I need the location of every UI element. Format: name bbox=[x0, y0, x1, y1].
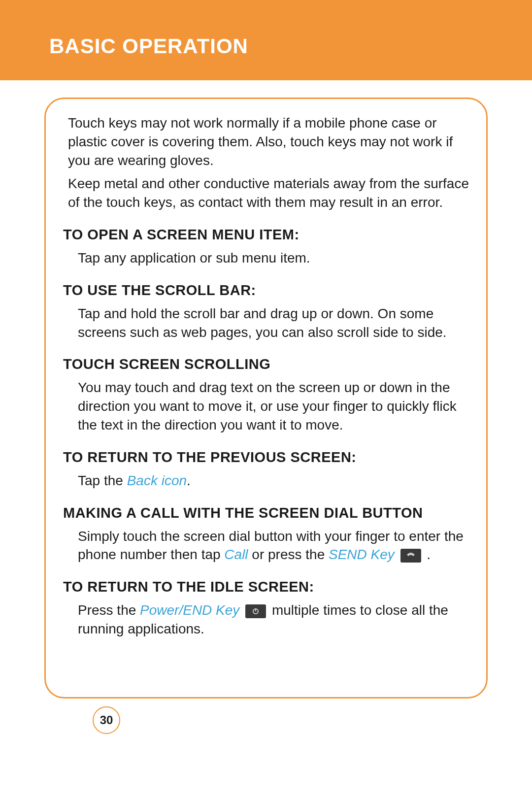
body-return-prev: Tap the Back icon. bbox=[63, 471, 469, 490]
page-title: BASIC OPERATION bbox=[49, 34, 248, 58]
intro-para-1: Touch keys may not work normally if a mo… bbox=[63, 114, 469, 169]
body-scroll-bar: Tap and hold the scroll bar and drag up … bbox=[63, 304, 469, 342]
back-icon-link: Back icon bbox=[127, 473, 187, 488]
page-number-badge: 30 bbox=[93, 706, 120, 734]
content-box: Touch keys may not work normally if a mo… bbox=[44, 98, 488, 698]
send-key-link: SEND Key bbox=[329, 547, 395, 562]
heading-return-idle: TO RETURN TO THE IDLE SCREEN: bbox=[63, 579, 469, 595]
heading-touch-scroll: TOUCH SCREEN SCROLLING bbox=[63, 356, 469, 372]
heading-scroll-bar: TO USE THE SCROLL BAR: bbox=[63, 282, 469, 299]
call-link: Call bbox=[224, 547, 248, 562]
header-bar: BASIC OPERATION bbox=[0, 0, 532, 80]
return-prev-prefix: Tap the bbox=[78, 473, 127, 488]
content-area: Touch keys may not work normally if a mo… bbox=[0, 80, 532, 698]
return-prev-suffix: . bbox=[187, 473, 191, 488]
power-end-key-link: Power/END Key bbox=[140, 602, 239, 618]
body-return-idle: Press the Power/END Key multiple times t… bbox=[63, 601, 469, 638]
body-touch-scroll: You may touch and drag text on the scree… bbox=[63, 378, 469, 434]
page-number: 30 bbox=[100, 713, 113, 727]
heading-open-menu: TO OPEN A SCREEN MENU ITEM: bbox=[63, 227, 469, 243]
heading-return-prev: TO RETURN TO THE PREVIOUS SCREEN: bbox=[63, 449, 469, 466]
send-key-icon bbox=[400, 549, 421, 563]
power-end-key-icon bbox=[245, 604, 266, 618]
intro-para-2: Keep metal and other conductive material… bbox=[63, 174, 469, 212]
making-call-part3: . bbox=[423, 547, 431, 562]
body-open-menu: Tap any application or sub menu item. bbox=[63, 249, 469, 267]
body-making-call: Simply touch the screen dial button with… bbox=[63, 527, 469, 565]
heading-making-call: MAKING A CALL WITH THE SCREEN DIAL BUTTO… bbox=[63, 505, 469, 521]
return-idle-part1: Press the bbox=[78, 602, 140, 618]
making-call-part2: or press the bbox=[248, 547, 329, 562]
